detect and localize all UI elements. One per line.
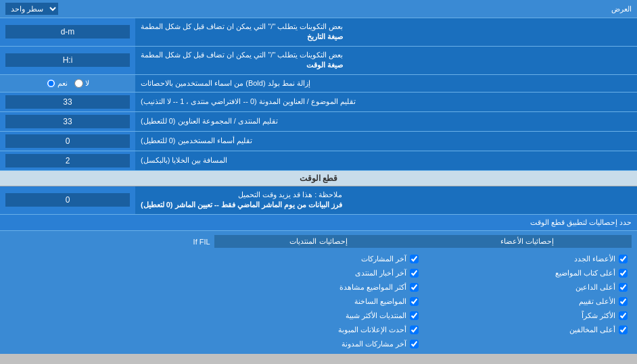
cb-top-violators[interactable] (619, 326, 628, 334)
cb-top-rated[interactable] (619, 297, 628, 306)
bold-remove-label: إزالة نمط بولد (Bold) من اسماء المستخدمي… (135, 75, 637, 92)
checkbox-new-members: الأعضاء الجدد (423, 253, 632, 265)
checkboxes-area: إحصائيات الأعضاء الأعضاء الجدد أعلى كتاب… (0, 231, 637, 354)
cb-last-posts[interactable] (410, 255, 419, 263)
radio-yes[interactable] (47, 79, 55, 88)
radio-no-label[interactable]: لا (74, 79, 89, 88)
user-names-input[interactable] (5, 134, 130, 148)
cut-time-input[interactable] (5, 193, 130, 207)
time-format-input-wrapper (0, 47, 135, 74)
forum-group-row: تقليم المنتدى / المجموعة العناوين (0 للت… (0, 112, 637, 132)
checkbox-most-thanks: الأكثر شكراً (423, 310, 632, 321)
col-members-stats: إحصائيات الأعضاء الأعضاء الجدد أعلى كتاب… (423, 235, 632, 350)
checkbox-top-violators: أعلى المخالفين (423, 324, 632, 336)
checkbox-last-blog-posts: آخر مشاركات المدونة (214, 338, 423, 350)
user-names-row: تقليم أسماء المستخدمين (0 للتعطيل) (0, 132, 637, 151)
cb-top-inviters[interactable] (619, 283, 628, 292)
header-title: العرض (58, 5, 632, 14)
bold-radio-options: نعم لا (0, 76, 135, 90)
limit-label: حدد إحصاليات لتطبيق قطع الوقت (0, 215, 637, 231)
topic-order-row: تقليم الموضوع / العناوين المدونة (0 -- ا… (0, 93, 637, 112)
cb-latest-ads[interactable] (410, 326, 419, 334)
cut-time-row: ملاحظة : هذا قد يزيد وقت التحميلفرز البي… (0, 186, 637, 215)
cell-spacing-row: المسافة بين الخلايا (بالبكسل) (0, 151, 637, 171)
col-members-title: إحصائيات الأعضاء (423, 235, 632, 248)
radio-yes-label[interactable]: نعم (47, 79, 68, 88)
date-format-input-wrapper (0, 18, 135, 46)
header-row: العرض سطر واحد سطرين ثلاثة أسطر (0, 0, 637, 18)
forum-group-input[interactable] (5, 115, 130, 128)
col-forum-title: إحصائيات المنتديات (214, 235, 423, 248)
cb-last-blog-posts[interactable] (410, 340, 419, 348)
cb-hot-topics[interactable] (410, 297, 419, 306)
cb-most-viewed[interactable] (410, 283, 419, 292)
radio-no[interactable] (74, 79, 83, 88)
display-select[interactable]: سطر واحد سطرين ثلاثة أسطر (5, 3, 58, 15)
cell-spacing-input[interactable] (5, 154, 130, 167)
checkbox-hot-topics: المواضيع الساخنة (214, 296, 423, 307)
cut-time-label: ملاحظة : هذا قد يزيد وقت التحميلفرز البي… (135, 186, 637, 214)
bold-remove-row: إزالة نمط بولد (Bold) من اسماء المستخدمي… (0, 75, 637, 93)
cb-top-writers[interactable] (619, 269, 628, 278)
forum-group-label: تقليم المنتدى / المجموعة العناوين (0 للت… (135, 112, 637, 131)
cut-time-input-wrapper (0, 186, 135, 214)
time-format-input[interactable] (5, 53, 130, 67)
if-fil-text: If FIL (5, 235, 214, 249)
header-select-wrapper[interactable]: سطر واحد سطرين ثلاثة أسطر (5, 3, 58, 15)
col-empty: If FIL (5, 235, 214, 350)
checkbox-last-news: آخر أخبار المنتدى (214, 267, 423, 279)
checkbox-last-posts: آخر المشاركات (214, 253, 423, 265)
topic-order-input[interactable] (5, 95, 130, 109)
user-names-input-wrapper (0, 132, 135, 151)
checkbox-top-rated: الأعلى تقييم (423, 296, 632, 307)
checkbox-top-writers: أعلى كتاب المواضيع (423, 267, 632, 279)
checkboxes-grid: إحصائيات الأعضاء الأعضاء الجدد أعلى كتاب… (5, 235, 632, 350)
topic-order-input-wrapper (0, 93, 135, 111)
checkbox-top-inviters: أعلى الداعين (423, 282, 632, 293)
forum-group-input-wrapper (0, 112, 135, 131)
cut-time-section-title: قطع الوقت (0, 171, 637, 186)
topic-order-label: تقليم الموضوع / العناوين المدونة (0 -- ا… (135, 93, 637, 111)
col-forum-stats: إحصائيات المنتديات آخر المشاركات آخر أخب… (214, 235, 423, 350)
checkbox-most-viewed: أكثر المواضيع مشاهدة (214, 282, 423, 293)
cell-spacing-input-wrapper (0, 151, 135, 170)
cb-most-thanks[interactable] (619, 311, 628, 320)
checkbox-similar-forums: المنتديات الأكثر شبية (214, 310, 423, 321)
checkbox-latest-ads: أحدث الإعلانات المبوبة (214, 324, 423, 336)
cb-last-news[interactable] (410, 269, 419, 278)
cb-similar-forums[interactable] (410, 311, 419, 320)
cell-spacing-label: المسافة بين الخلايا (بالبكسل) (135, 151, 637, 170)
user-names-label: تقليم أسماء المستخدمين (0 للتعطيل) (135, 132, 637, 151)
date-format-input[interactable] (5, 25, 130, 38)
time-format-label: بعض التكوينات يتطلب "/" التي يمكن ان تضا… (135, 47, 637, 74)
date-format-row: بعض التكوينات يتطلب "/" التي يمكن ان تضا… (0, 18, 637, 47)
date-format-label: بعض التكوينات يتطلب "/" التي يمكن ان تضا… (135, 18, 637, 46)
cb-new-members[interactable] (619, 255, 628, 263)
time-format-row: بعض التكوينات يتطلب "/" التي يمكن ان تضا… (0, 47, 637, 75)
